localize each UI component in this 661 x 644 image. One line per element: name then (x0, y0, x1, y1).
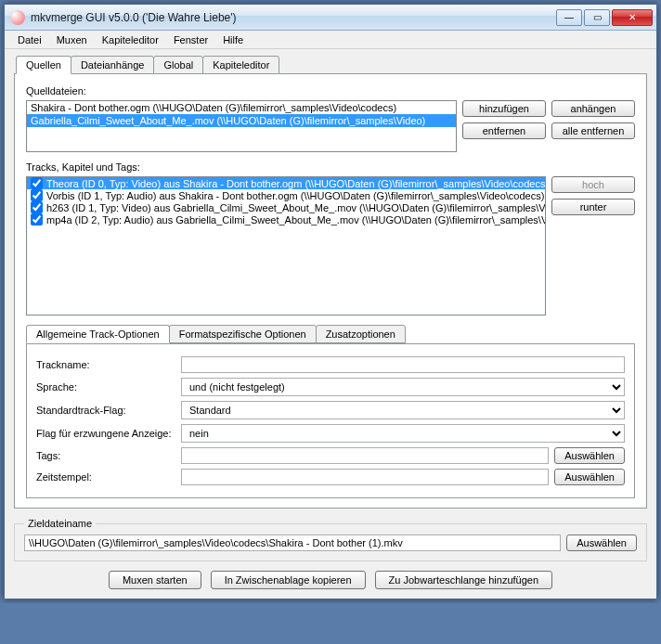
track-row[interactable]: Vorbis (ID 1, Typ: Audio) aus Shakira - … (27, 189, 545, 201)
bottom-button-row: Muxen starten In Zwischenablage kopieren… (14, 571, 647, 589)
destination-group: Zieldateiname Auswählen (14, 518, 647, 561)
remove-all-button[interactable]: alle entfernen (551, 122, 635, 139)
source-item[interactable]: Shakira - Dont bother.ogm (\\HUGO\Daten … (27, 101, 456, 114)
main-window: mkvmerge GUI v5.0.0 ('Die Wahre Liebe') … (4, 4, 657, 599)
track-checkbox[interactable] (31, 177, 43, 189)
window-controls: — ▭ ✕ (556, 9, 653, 26)
trackname-input[interactable] (181, 356, 625, 373)
destination-choose-button[interactable]: Auswählen (566, 535, 637, 551)
menubar: Datei Muxen Kapiteleditor Fenster Hilfe (5, 31, 656, 49)
track-label: h263 (ID 1, Typ: Video) aus Gabriella_Ci… (46, 202, 546, 213)
titlebar: mkvmerge GUI v5.0.0 ('Die Wahre Liebe') … (5, 5, 656, 31)
track-label: Vorbis (ID 1, Typ: Audio) aus Shakira - … (46, 190, 544, 201)
down-button[interactable]: runter (551, 199, 635, 215)
window-title: mkvmerge GUI v5.0.0 ('Die Wahre Liebe') (31, 11, 556, 24)
opt-tab-format[interactable]: Formatspezifische Optionen (169, 325, 317, 343)
tab-quellen[interactable]: Quellen (16, 56, 71, 74)
close-button[interactable]: ✕ (612, 9, 653, 26)
timestamps-choose-button[interactable]: Auswählen (554, 469, 625, 485)
remove-button[interactable]: entfernen (462, 122, 546, 139)
track-label: mp4a (ID 2, Typ: Audio) aus Gabriella_Ci… (46, 214, 546, 225)
tab-global[interactable]: Global (153, 56, 203, 74)
minimize-button[interactable]: — (556, 9, 582, 26)
stdflag-select[interactable]: Standard (181, 401, 625, 419)
timestamps-input[interactable] (181, 469, 549, 485)
destination-legend: Zieldateiname (24, 518, 96, 529)
destination-input[interactable] (24, 535, 561, 551)
app-icon (10, 10, 25, 25)
source-item[interactable]: Gabriella_Cilmi_Sweet_About_Me_.mov (\\H… (27, 114, 456, 127)
source-files-list[interactable]: Shakira - Dont bother.ogm (\\HUGO\Daten … (26, 100, 457, 152)
track-checkbox[interactable] (31, 213, 43, 225)
options-pane: Trackname: Sprache: und (nicht festgeleg… (26, 343, 635, 498)
tags-label: Tags: (36, 450, 175, 461)
trackname-label: Trackname: (36, 359, 175, 370)
tab-dateianhaenge[interactable]: Dateianhänge (71, 56, 155, 74)
menu-muxen[interactable]: Muxen (49, 32, 95, 47)
track-row[interactable]: Theora (ID 0, Typ: Video) aus Shakira - … (27, 177, 545, 189)
menu-datei[interactable]: Datei (10, 32, 49, 47)
track-row[interactable]: h263 (ID 1, Typ: Video) aus Gabriella_Ci… (27, 201, 545, 213)
tags-input[interactable] (181, 447, 549, 464)
menu-kapiteleditor[interactable]: Kapiteleditor (95, 32, 166, 47)
sprache-select[interactable]: und (nicht festgelegt) (181, 378, 625, 396)
copy-clipboard-button[interactable]: In Zwischenablage kopieren (211, 571, 366, 589)
add-to-queue-button[interactable]: Zu Jobwarteschlange hinzufügen (375, 571, 552, 589)
track-checkbox[interactable] (31, 189, 43, 201)
content-area: Quellen Dateianhänge Global Kapiteledito… (5, 49, 656, 599)
track-row[interactable]: mp4a (ID 2, Typ: Audio) aus Gabriella_Ci… (27, 213, 545, 225)
quelldateien-label: Quelldateien: (26, 85, 635, 97)
stdflag-label: Standardtrack-Flag: (36, 405, 175, 416)
timestamps-label: Zeitstempel: (36, 471, 175, 483)
track-checkbox[interactable] (31, 201, 43, 213)
maximize-button[interactable]: ▭ (584, 9, 610, 26)
tags-choose-button[interactable]: Auswählen (554, 447, 625, 464)
track-label: Theora (ID 0, Typ: Video) aus Shakira - … (46, 178, 546, 189)
forced-label: Flag für erzwungene Anzeige: (36, 428, 175, 439)
opt-tab-general[interactable]: Allgemeine Track-Optionen (26, 325, 170, 343)
append-button[interactable]: anhängen (551, 100, 635, 117)
tracks-label: Tracks, Kapitel und Tags: (26, 161, 635, 173)
options-tabstrip: Allgemeine Track-Optionen Formatspezifis… (26, 325, 635, 343)
mux-start-button[interactable]: Muxen starten (109, 571, 201, 589)
menu-hilfe[interactable]: Hilfe (215, 32, 251, 47)
quellen-pane: Quelldateien: Shakira - Dont bother.ogm … (14, 73, 647, 509)
forced-select[interactable]: nein (181, 424, 625, 443)
tracks-list[interactable]: Theora (ID 0, Typ: Video) aus Shakira - … (26, 176, 546, 316)
add-button[interactable]: hinzufügen (462, 100, 546, 117)
tab-kapiteleditor[interactable]: Kapiteleditor (202, 56, 279, 74)
menu-fenster[interactable]: Fenster (166, 32, 215, 47)
opt-tab-extra[interactable]: Zusatzoptionen (316, 325, 406, 343)
sprache-label: Sprache: (36, 381, 175, 393)
top-tabstrip: Quellen Dateianhänge Global Kapiteledito… (16, 56, 647, 74)
up-button[interactable]: hoch (551, 176, 635, 193)
